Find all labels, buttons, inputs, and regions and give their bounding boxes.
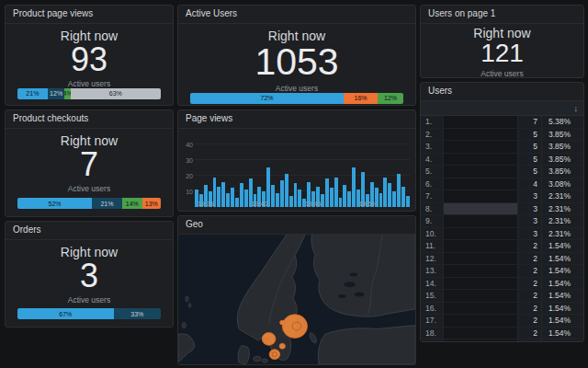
table-cell-pct: 2.31% — [541, 203, 583, 215]
bar[interactable] — [285, 174, 288, 207]
table-cell-pct: 1.54% — [541, 278, 583, 290]
gauge-segment: 63% — [71, 88, 161, 99]
bar[interactable] — [343, 185, 346, 207]
table-row[interactable]: 18.21.54% — [421, 328, 583, 340]
table-cell-pct: 1.54% — [541, 328, 583, 339]
panel-title[interactable]: Page views — [178, 110, 415, 129]
table-cell-val: 2 — [517, 265, 541, 277]
panel-title[interactable]: Users — [421, 83, 583, 101]
bar[interactable] — [339, 198, 343, 207]
table-cell-name — [443, 190, 517, 202]
table-row[interactable]: 2.53.85% — [421, 129, 583, 142]
table-cell-pct: 1.54% — [541, 315, 583, 327]
table-cell-index: 13. — [421, 265, 443, 277]
panel-title[interactable]: Active Users — [178, 6, 415, 24]
table-row[interactable]: 14.21.54% — [421, 278, 583, 291]
table-cell-name — [443, 253, 517, 265]
panel-product-checkouts: Product checkouts Right now 7 Active use… — [5, 109, 174, 217]
page-views-bar-chart: 1020304019:3519:4019:4519:50 — [195, 136, 410, 207]
table-sort-header[interactable]: ↓ — [421, 101, 583, 116]
geo-bubble[interactable] — [279, 343, 285, 349]
table-row[interactable]: 9.32.31% — [421, 215, 583, 228]
stat-subtitle: Active users — [276, 84, 318, 93]
bar[interactable] — [392, 191, 396, 207]
geo-bubble[interactable] — [269, 350, 280, 360]
bar[interactable] — [289, 196, 293, 207]
panel-body: Right now 121 Active users — [421, 24, 583, 77]
table-cell-index: 2. — [421, 129, 443, 141]
bar[interactable] — [240, 183, 243, 207]
table-row[interactable]: 19.21.54% — [421, 339, 583, 341]
table-cell-pct: 1.54% — [541, 265, 583, 277]
table-row[interactable]: 13.21.54% — [421, 265, 583, 278]
x-axis-tick-label: 19:40 — [251, 201, 267, 207]
geo-bubble[interactable] — [262, 332, 276, 345]
panel-page-views: Page views 1020304019:3519:4019:4519:50 — [177, 109, 416, 212]
bar[interactable] — [235, 198, 239, 207]
bar[interactable] — [280, 180, 284, 207]
bar[interactable] — [379, 193, 383, 207]
table-row[interactable]: 5.53.85% — [421, 166, 583, 178]
panel-title[interactable]: Product checkouts — [6, 110, 173, 129]
table-row[interactable]: 3.53.85% — [421, 141, 583, 154]
panel-title[interactable]: Geo — [178, 216, 415, 235]
table-cell-pct: 1.54% — [541, 303, 583, 315]
panel-title[interactable]: Orders — [6, 222, 173, 240]
table-row[interactable]: 1.75.38% — [421, 116, 583, 129]
bar[interactable] — [276, 193, 279, 207]
panel-title[interactable]: Product page views — [6, 6, 173, 24]
geo-bubble[interactable] — [282, 315, 307, 339]
table-cell-index: 12. — [421, 253, 443, 265]
table-cell-name — [443, 116, 517, 128]
stat-subtitle: Active users — [481, 69, 523, 78]
bar[interactable] — [401, 187, 405, 207]
panel-title[interactable]: Users on page 1 — [421, 6, 583, 24]
table-cell-index: 15. — [421, 290, 443, 302]
table-cell-index: 3. — [421, 141, 443, 153]
table-cell-pct: 2.31% — [541, 228, 583, 240]
table-cell-name — [443, 178, 517, 190]
bar[interactable] — [217, 187, 220, 207]
table-row[interactable]: 11.21.54% — [421, 240, 583, 253]
table-cell-pct: 3.85% — [541, 141, 583, 153]
table-row[interactable]: 12.21.54% — [421, 253, 583, 266]
table-cell-pct: 1.54% — [541, 339, 583, 341]
bar[interactable] — [397, 174, 401, 207]
table-row[interactable]: 7.32.31% — [421, 190, 583, 203]
table-row[interactable]: 15.21.54% — [421, 290, 583, 303]
table-row[interactable]: 4.53.85% — [421, 154, 583, 167]
table-cell-index: 18. — [421, 328, 443, 339]
table-row[interactable]: 17.21.54% — [421, 315, 583, 328]
bar[interactable] — [244, 190, 248, 207]
bar[interactable] — [334, 178, 338, 208]
bar[interactable] — [221, 182, 225, 207]
bar[interactable] — [325, 178, 329, 207]
bar[interactable] — [406, 196, 410, 207]
bar[interactable] — [388, 183, 391, 207]
table-row[interactable]: 8.32.31% — [421, 203, 583, 216]
bar[interactable] — [271, 185, 275, 207]
bar[interactable] — [294, 183, 298, 207]
table-row[interactable]: 16.21.54% — [421, 303, 583, 316]
bar[interactable] — [231, 188, 234, 207]
bar[interactable] — [383, 178, 387, 208]
segmented-gauge: 72%16%12% — [190, 93, 403, 104]
gauge-segment: 52% — [17, 198, 92, 209]
table-row[interactable]: 10.32.31% — [421, 228, 583, 241]
stat-value: 93 — [71, 43, 107, 77]
y-axis-tick-label: 40 — [179, 141, 193, 147]
table-cell-index: 19. — [421, 339, 443, 341]
table-cell-pct: 3.85% — [541, 166, 583, 178]
bar[interactable] — [298, 190, 301, 207]
panel-users-table: Users ↓ 1.75.38%2.53.85%3.53.85%4.53.85%… — [420, 82, 584, 342]
bar[interactable] — [352, 167, 356, 207]
segmented-gauge: 67%33% — [17, 308, 161, 319]
table-cell-val: 2 — [517, 278, 541, 290]
geo-map[interactable] — [178, 235, 415, 364]
bar[interactable] — [330, 188, 334, 207]
geo-bubble[interactable] — [280, 320, 285, 325]
bar[interactable] — [226, 193, 230, 207]
sort-descending-icon[interactable]: ↓ — [574, 104, 579, 113]
bar[interactable] — [347, 191, 351, 207]
table-row[interactable]: 6.43.08% — [421, 178, 583, 191]
